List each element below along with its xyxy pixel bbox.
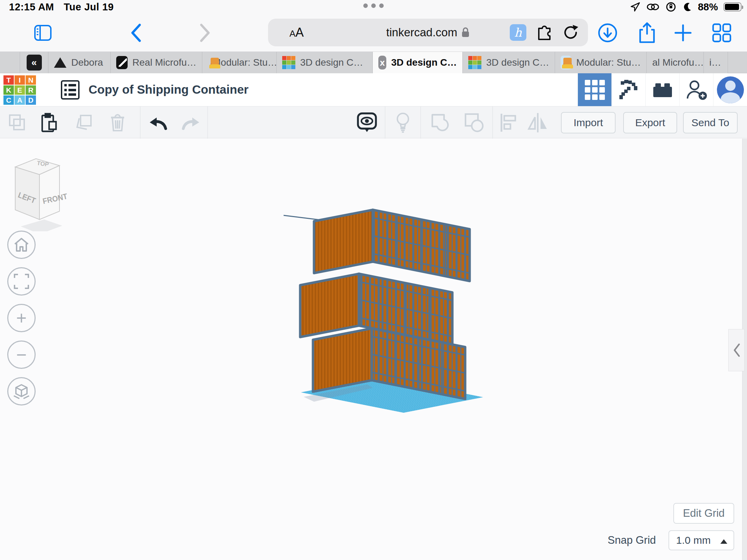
container-top[interactable] (284, 210, 470, 281)
tinkercad-safari-screen: 12:15 AMTue Jul 19 88% AA tinkercad.com (0, 0, 747, 560)
date: Tue Jul 19 (64, 1, 114, 12)
tab-al-microfu[interactable]: al Microfu… (647, 52, 704, 73)
grid-icon (585, 80, 605, 100)
edit-grid-button[interactable]: Edit Grid (673, 503, 734, 524)
mirror-button[interactable] (526, 106, 549, 139)
tab-real-microfu[interactable]: Real Microfu… (111, 52, 202, 73)
hotspot-link-icon (646, 2, 660, 12)
tinkercad-logo[interactable]: TINKERCAD (3, 75, 36, 105)
delete-button[interactable] (107, 106, 128, 139)
chevron-left-icon (733, 343, 740, 357)
copy-button[interactable] (7, 106, 28, 139)
tab-i[interactable]: i… (704, 52, 728, 73)
invite-collaborator-button[interactable] (679, 73, 713, 106)
show-all-button[interactable] (356, 106, 378, 139)
clock: 12:15 AM (9, 1, 54, 12)
design-canvas[interactable]: TOP LEFT FRONT + − (0, 139, 747, 560)
minecraft-export-button[interactable] (611, 73, 645, 106)
send-to-button[interactable]: Send To (683, 112, 738, 133)
view-cube-shadow (21, 220, 62, 231)
robot-favicon (561, 56, 571, 69)
avatar (717, 76, 744, 103)
tab-3d-design-2[interactable]: 3D design C… (463, 52, 555, 73)
tab-bar: « Debora Real Microfu… Modular: Stu… 3D … (0, 52, 747, 73)
tab-bar-spacer (0, 52, 20, 73)
reload-icon[interactable] (562, 24, 579, 41)
tab-modular-1[interactable]: Modular: Stu… (202, 52, 277, 73)
dropdown-arrow-icon (720, 539, 727, 544)
address-bar[interactable]: AA tinkercad.com h (268, 19, 588, 46)
paste-button[interactable] (39, 106, 59, 139)
status-bar: 12:15 AMTue Jul 19 88% (0, 0, 747, 14)
downloads-button[interactable] (598, 14, 618, 52)
ungroup-button[interactable] (462, 106, 486, 139)
orientation-lock-icon (665, 1, 676, 12)
tinkercad-header: TINKERCAD Copy of Shipping Container (0, 73, 747, 106)
pickaxe-icon (618, 79, 639, 101)
battery-percent: 88% (698, 1, 718, 13)
tips-bulb-button[interactable] (391, 106, 414, 139)
import-button[interactable]: Import (561, 112, 616, 133)
lock-icon (461, 27, 470, 38)
share-button[interactable] (637, 14, 657, 52)
edit-toolbar: Import Export Send To (0, 106, 747, 138)
tab-overview-button[interactable] (711, 14, 732, 52)
snap-grid-dropdown[interactable]: 1.0 mm (668, 530, 734, 550)
battery-icon (723, 2, 741, 11)
tinkercad-favicon (282, 56, 295, 69)
safari-toolbar: AA tinkercad.com h (0, 14, 747, 52)
tab-3d-design-1[interactable]: 3D design C… (277, 52, 373, 73)
brick-export-button[interactable] (645, 73, 679, 106)
view-cube[interactable]: TOP LEFT FRONT (9, 152, 75, 231)
tinkercad-favicon (468, 56, 481, 69)
undo-button[interactable] (147, 106, 169, 139)
tab-debora[interactable]: Debora (48, 52, 111, 73)
tab-modular-2[interactable]: Modular: Stu… (555, 52, 647, 73)
shipping-container-model[interactable] (284, 194, 526, 422)
snap-grid-value: 1.0 mm (676, 534, 711, 546)
account-button[interactable] (713, 73, 747, 106)
zoom-out-button[interactable]: − (7, 340, 36, 369)
snap-grid-label: Snap Grid (608, 534, 656, 547)
triangle-favicon (54, 57, 66, 68)
tab-bar-end (728, 52, 747, 73)
extensions-puzzle-icon[interactable] (535, 24, 553, 41)
home-view-button[interactable] (7, 231, 36, 259)
close-tab-icon[interactable]: x (378, 56, 386, 69)
reader-aa-button[interactable]: AA (289, 25, 304, 40)
honey-extension-icon[interactable]: h (510, 24, 526, 41)
perspective-toggle-button[interactable] (7, 377, 36, 405)
chevrons-left-icon: « (27, 55, 42, 71)
design-title[interactable]: Copy of Shipping Container (89, 83, 249, 96)
lego-brick-icon (652, 81, 673, 99)
3d-design-mode-button[interactable] (578, 73, 611, 106)
black-square-favicon (116, 56, 128, 69)
group-button[interactable] (429, 106, 453, 139)
zoom-in-button[interactable]: + (7, 304, 36, 332)
align-button[interactable] (497, 106, 520, 139)
back-button[interactable] (126, 14, 146, 52)
dnd-moon-icon (682, 2, 692, 12)
export-button[interactable]: Export (623, 112, 677, 133)
tab-collapse-button[interactable]: « (20, 52, 48, 73)
shapes-panel-handle[interactable] (728, 329, 745, 371)
forward-button[interactable] (195, 14, 215, 52)
fit-view-button[interactable] (7, 267, 36, 296)
tab-3d-design-active[interactable]: x 3D design C… (373, 52, 463, 73)
redo-button[interactable] (180, 106, 202, 139)
sidebar-toggle-button[interactable] (33, 14, 53, 52)
person-add-icon (685, 79, 708, 101)
url-text: tinkercad.com (386, 26, 457, 39)
location-icon (630, 2, 640, 12)
duplicate-button[interactable] (73, 106, 94, 139)
multitask-handle[interactable] (363, 3, 384, 8)
status-time-date: 12:15 AMTue Jul 19 (9, 1, 123, 13)
new-tab-button[interactable] (673, 14, 693, 52)
design-menu-button[interactable] (61, 80, 80, 100)
